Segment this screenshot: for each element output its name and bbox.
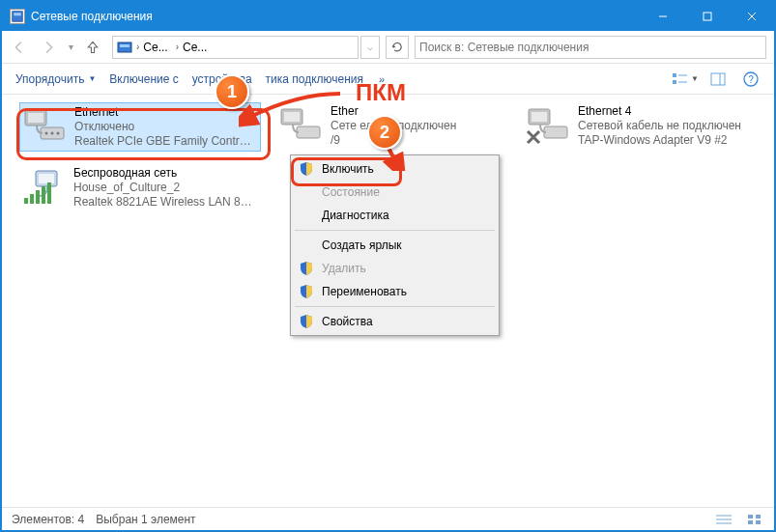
- titlebar: Сетевые подключения: [2, 2, 774, 31]
- close-button[interactable]: [730, 2, 774, 31]
- network-adapter-icon: [22, 105, 69, 146]
- window-buttons: [641, 2, 774, 31]
- menu-separator: [295, 230, 495, 231]
- large-icons-view-button[interactable]: [745, 512, 764, 527]
- svg-rect-7: [120, 44, 129, 47]
- svg-rect-40: [748, 515, 753, 518]
- context-menu: Включить Состояние Диагностика Создать я…: [290, 154, 500, 336]
- address-bar[interactable]: ›Се... ›Се...: [112, 36, 359, 59]
- preview-pane-button[interactable]: [704, 68, 732, 91]
- svg-rect-35: [42, 186, 45, 204]
- disconnected-x-icon: [526, 129, 541, 145]
- organize-button[interactable]: Упорядочить▼: [12, 64, 100, 94]
- window-title: Сетевые подключения: [31, 10, 641, 23]
- up-button[interactable]: [79, 36, 106, 59]
- svg-point-19: [45, 132, 48, 135]
- breadcrumb-seg-2-text: Се...: [183, 41, 207, 54]
- forward-button[interactable]: [35, 36, 62, 59]
- connection-ethernet[interactable]: Ethernet Отключено Realtek PCIe GBE Fami…: [19, 102, 261, 152]
- connection-status: House_of_Culture_2: [73, 181, 252, 195]
- nav-bar: ▾ ›Се... ›Се... ⌵ Поиск в: Сетевые подкл…: [2, 31, 774, 64]
- window-icon: [10, 9, 25, 24]
- svg-rect-3: [704, 13, 711, 20]
- enable-device-button[interactable]: Включение с: [105, 64, 182, 94]
- annotation-arrow-1: [239, 89, 345, 127]
- connection-device: TAP-Windows Adapter V9 #2: [578, 133, 741, 148]
- refresh-button[interactable]: [386, 36, 409, 59]
- svg-rect-43: [756, 520, 761, 524]
- svg-rect-41: [756, 515, 761, 518]
- svg-rect-8: [673, 73, 676, 77]
- connection-device: Realtek PCIe GBE Family Controll...: [74, 134, 253, 149]
- svg-rect-31: [39, 174, 54, 183]
- menu-separator: [295, 306, 495, 307]
- annotation-callout-2: 2: [367, 115, 402, 150]
- search-placeholder: Поиск в: Сетевые подключения: [419, 41, 589, 54]
- svg-rect-27: [544, 126, 567, 138]
- connection-name: Беспроводная сеть: [73, 166, 252, 181]
- shield-icon: [299, 284, 314, 299]
- wireless-adapter-icon: [21, 166, 68, 207]
- svg-rect-34: [36, 190, 40, 204]
- svg-point-21: [57, 132, 60, 135]
- network-adapter-icon: [526, 104, 572, 145]
- svg-text:?: ?: [748, 74, 754, 85]
- svg-rect-33: [30, 194, 34, 204]
- minimize-button[interactable]: [641, 2, 685, 31]
- cm-shortcut[interactable]: Создать ярлык: [293, 234, 497, 257]
- connection-status: Сетевой кабель не подключен: [578, 119, 741, 133]
- cm-status: Состояние: [293, 181, 497, 204]
- recent-locations-button[interactable]: ▾: [64, 42, 77, 52]
- connection-ethernet-4[interactable]: Ethernet 4 Сетевой кабель не подключен T…: [524, 102, 765, 150]
- details-view-button[interactable]: [714, 512, 733, 527]
- window-frame: Сетевые подключения ▾ ›Се... ›Се... ⌵: [0, 0, 776, 532]
- svg-rect-1: [14, 13, 21, 15]
- shield-icon: [299, 161, 314, 177]
- breadcrumb-seg-1-text: Се...: [143, 41, 167, 54]
- breadcrumb-seg-1[interactable]: ›Се...: [132, 37, 172, 58]
- annotation-callout-1: 1: [215, 74, 249, 109]
- status-selected: Выбран 1 элемент: [96, 513, 195, 526]
- cm-diagnose[interactable]: Диагностика: [293, 204, 497, 227]
- cm-delete: Удалить: [293, 257, 497, 280]
- view-options-button[interactable]: ▼: [672, 68, 699, 91]
- shield-icon: [299, 261, 314, 276]
- svg-rect-17: [28, 113, 43, 123]
- address-dropdown[interactable]: ⌵: [360, 36, 380, 59]
- connection-wireless[interactable]: Беспроводная сеть House_of_Culture_2 Rea…: [19, 164, 261, 211]
- status-elements: Элементов: 4: [12, 513, 84, 526]
- location-icon: [117, 40, 132, 55]
- status-bar: Элементов: 4 Выбран 1 элемент: [2, 507, 774, 530]
- breadcrumb-seg-2[interactable]: ›Се...: [172, 37, 212, 58]
- svg-rect-26: [532, 112, 547, 122]
- back-button[interactable]: [6, 36, 33, 59]
- svg-rect-42: [748, 520, 753, 524]
- svg-rect-32: [24, 198, 28, 204]
- help-button[interactable]: ?: [737, 68, 764, 91]
- annotation-pkm-label: ПКМ: [356, 79, 406, 106]
- svg-point-20: [51, 132, 54, 135]
- connection-status: Отключено: [74, 120, 253, 134]
- svg-rect-9: [673, 80, 676, 84]
- connection-device: Realtek 8821AE Wireless LAN 802....: [73, 195, 252, 210]
- svg-rect-36: [47, 182, 51, 204]
- maximize-button[interactable]: [685, 2, 730, 31]
- svg-rect-12: [711, 73, 725, 85]
- connection-name: Ethernet 4: [578, 104, 741, 119]
- shield-icon: [299, 314, 314, 329]
- cm-properties[interactable]: Свойства: [293, 310, 497, 333]
- cm-rename[interactable]: Переименовать: [293, 280, 497, 303]
- search-input[interactable]: Поиск в: Сетевые подключения: [415, 36, 766, 59]
- svg-rect-24: [297, 126, 320, 138]
